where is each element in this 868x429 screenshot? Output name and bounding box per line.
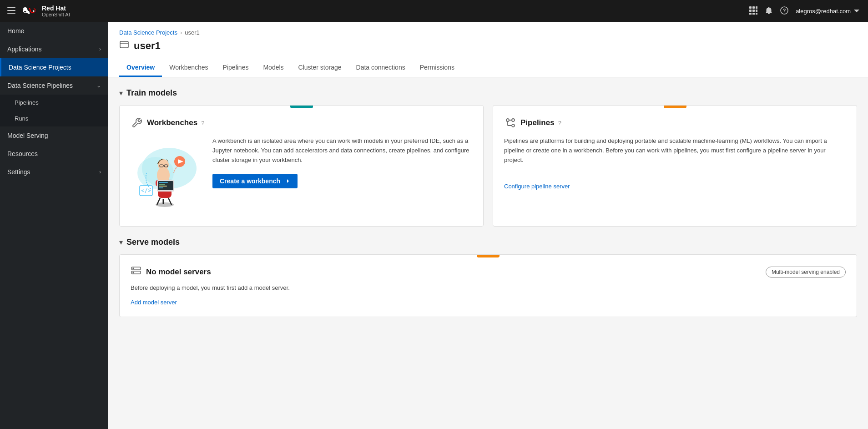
train-models-header: ▾ Train models [119,88,857,98]
train-models-toggle[interactable]: ▾ [119,89,123,97]
sidebar-sub-pipelines: Pipelines Runs [0,95,108,126]
wrench-icon [131,116,143,129]
svg-rect-5 [756,6,757,9]
svg-rect-1 [7,10,15,11]
tab-pipelines[interactable]: Pipelines [216,59,256,77]
sidebar-item-data-science-projects[interactable]: Data Science Projects [0,58,108,76]
tab-permissions[interactable]: Permissions [413,59,462,77]
hamburger-menu-button[interactable] [7,6,15,16]
sidebar-item-applications-label: Applications [7,45,42,53]
serve-models-section: ▾ Serve models [119,237,857,317]
sidebar-item-settings-label: Settings [7,168,30,176]
create-workbench-button[interactable]: Create a workbench [212,174,298,188]
multi-model-serving-badge: Multi-model serving enabled [766,267,846,278]
train-models-section: ▾ Train models Workbenche [119,88,857,227]
add-model-server-link[interactable]: Add model server [131,299,177,306]
settings-chevron-icon: › [99,169,101,175]
notifications-button[interactable] [765,6,773,16]
sidebar-item-data-science-pipelines[interactable]: Data Science Pipelines ⌄ [0,76,108,95]
workbenches-card-accent [290,106,313,108]
pipelines-help-icon[interactable]: ? [558,120,561,126]
configure-pipeline-server-link[interactable]: Configure pipeline server [504,183,570,190]
sidebar-item-resources[interactable]: Resources [0,145,108,163]
pipelines-chevron-icon: ⌄ [96,82,101,89]
workbenches-card: Workbenches ? [119,105,484,227]
sidebar-item-home[interactable]: Home [0,22,108,40]
sidebar-item-applications[interactable]: Applications › [0,40,108,58]
serve-models-title: Serve models [126,237,180,247]
pipelines-card-header: Pipelines ? [504,116,846,129]
breadcrumb-separator: › [180,29,182,36]
sidebar-item-model-serving[interactable]: Model Serving [0,126,108,145]
sidebar-item-resources-label: Resources [7,150,38,157]
svg-point-40 [512,124,515,127]
topbar-brand: Red Hat OpenShift AI [7,5,744,17]
tab-workbenches[interactable]: Workbenches [162,59,215,77]
workbenches-card-body: </> A workbench is an i [131,136,472,215]
pipelines-description: Pipelines are platforms for building and… [504,136,846,165]
svg-rect-14 [120,41,128,48]
tab-data-connections[interactable]: Data connections [349,59,413,77]
workbenches-card-title: Workbenches [147,118,197,127]
breadcrumb-current: user1 [185,29,200,36]
svg-rect-9 [749,13,752,15]
serve-card-title-row: No model servers [131,266,211,278]
tab-overview[interactable]: Overview [119,59,162,77]
svg-point-38 [506,119,509,121]
workbenches-help-icon[interactable]: ? [201,120,204,126]
applications-chevron-icon: › [99,46,101,52]
redhat-logo [23,5,36,16]
tab-models[interactable]: Models [256,59,291,77]
svg-rect-32 [159,186,167,187]
workbench-illustration: </> [131,136,203,215]
svg-rect-11 [756,13,757,15]
svg-rect-6 [749,10,752,12]
breadcrumb-parent-link[interactable]: Data Science Projects [119,29,177,36]
sidebar-item-pipelines-sub[interactable]: Pipelines [0,95,108,111]
product-name: OpenShift AI [42,12,70,17]
sidebar: Home Applications › Data Science Project… [0,22,108,429]
workbenches-card-header: Workbenches ? [131,116,472,129]
svg-rect-0 [7,7,15,8]
svg-point-46 [133,268,134,269]
help-button[interactable]: ? [780,6,788,16]
svg-rect-3 [749,6,752,9]
svg-rect-7 [752,10,755,12]
svg-rect-33 [159,187,163,188]
project-icon [119,40,129,52]
train-models-cards: Workbenches ? [119,105,857,227]
workbenches-card-text: A workbench is an isolated area where yo… [212,136,472,188]
svg-rect-2 [7,13,15,14]
sidebar-item-settings[interactable]: Settings › [0,163,108,181]
page-header: Data Science Projects › user1 user1 Over… [108,22,868,77]
svg-rect-8 [756,10,757,12]
serve-models-header: ▾ Serve models [119,237,857,247]
sidebar-item-model-serving-label: Model Serving [7,132,48,139]
serve-card-header: No model servers Multi-model serving ena… [131,266,846,278]
svg-rect-4 [752,6,755,9]
layout: Home Applications › Data Science Project… [0,22,868,429]
svg-text:</>: </> [141,187,151,194]
user-email: alegros@redhat.com [796,8,851,15]
sidebar-sub-pipelines-label: Pipelines [15,99,39,106]
server-icon [131,266,141,278]
serve-card-accent [477,255,500,257]
svg-rect-31 [159,184,165,185]
train-models-title: Train models [126,88,177,98]
user-menu-button[interactable]: alegros@redhat.com [796,7,861,15]
svg-rect-10 [752,13,755,15]
svg-text:?: ? [783,8,786,13]
no-model-servers-description: Before deploying a model, you must first… [131,283,846,293]
overview-content: ▾ Train models Workbenche [108,77,868,429]
pipelines-card-title: Pipelines [520,118,555,127]
pipelines-card-accent [664,106,686,108]
topbar: Red Hat OpenShift AI [0,0,868,22]
serve-models-toggle[interactable]: ▾ [119,238,123,247]
sidebar-item-runs[interactable]: Runs [0,111,108,126]
sidebar-item-home-label: Home [7,27,24,35]
tab-cluster-storage[interactable]: Cluster storage [291,59,349,77]
app-launcher-button[interactable] [749,6,757,16]
brand-name: Red Hat [42,5,70,12]
sidebar-item-pipelines-label: Data Science Pipelines [7,82,73,89]
sidebar-sub-runs-label: Runs [15,115,28,122]
